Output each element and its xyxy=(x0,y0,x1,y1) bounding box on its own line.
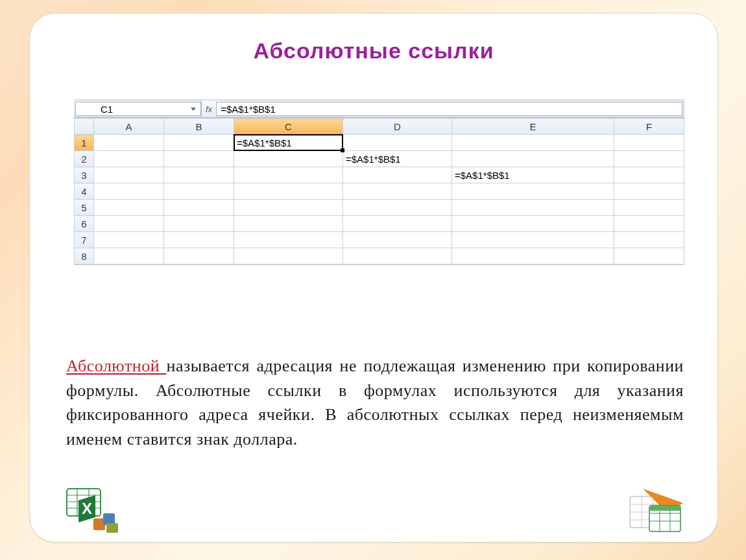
cell-value: =$A$1*$B$1 xyxy=(455,170,510,181)
cell[interactable] xyxy=(164,232,234,248)
cell[interactable] xyxy=(164,135,234,151)
table-row: 5 xyxy=(75,200,684,216)
cell[interactable] xyxy=(94,183,164,200)
col-header[interactable]: A xyxy=(94,119,164,135)
table-row: 6 xyxy=(75,216,684,232)
cell[interactable] xyxy=(452,183,614,200)
row-header[interactable]: 8 xyxy=(75,248,94,264)
svg-rect-21 xyxy=(649,506,680,511)
cell[interactable] xyxy=(343,248,452,264)
fx-icon: fx xyxy=(206,104,212,114)
column-header-row: A B C D E F xyxy=(75,119,684,135)
row-header[interactable]: 6 xyxy=(75,216,94,232)
cell[interactable] xyxy=(234,232,343,248)
cell[interactable] xyxy=(234,248,343,264)
row-header[interactable]: 5 xyxy=(75,200,94,216)
excel-2010-icon: X xyxy=(66,487,121,533)
cell[interactable] xyxy=(343,216,452,232)
cell[interactable] xyxy=(614,232,684,248)
formula-bar-row: C1 fx =$A$1*$B$1 xyxy=(74,100,684,118)
cell[interactable] xyxy=(234,200,343,216)
row-header[interactable]: 2 xyxy=(75,151,94,167)
slide-card: Абсолютные ссылки C1 fx =$A$1*$B$1 xyxy=(29,13,718,542)
cell[interactable] xyxy=(164,216,234,232)
formula-input[interactable]: =$A$1*$B$1 xyxy=(216,102,682,116)
cell[interactable] xyxy=(234,216,343,232)
col-header[interactable]: F xyxy=(614,119,684,135)
table-row: 2 =$A$1*$B$1 xyxy=(75,151,684,167)
col-header[interactable]: E xyxy=(452,119,614,135)
cell[interactable] xyxy=(452,135,614,151)
cell[interactable] xyxy=(94,232,164,248)
name-box-value: C1 xyxy=(101,104,113,115)
cell[interactable] xyxy=(164,183,234,200)
col-header[interactable]: B xyxy=(164,119,234,135)
col-header[interactable]: D xyxy=(343,119,452,135)
cell[interactable] xyxy=(452,216,614,232)
table-row: 3 =$A$1*$B$1 xyxy=(75,167,684,183)
excel-fragment: C1 fx =$A$1*$B$1 xyxy=(74,99,684,265)
fx-button[interactable]: fx xyxy=(201,100,216,117)
cell[interactable] xyxy=(343,232,452,248)
table-row: 4 xyxy=(75,183,684,200)
table-row: 8 xyxy=(75,248,684,264)
spreadsheet-grid[interactable]: A B C D E F 1 =$A$1*$B$1 xyxy=(74,118,684,264)
cell[interactable] xyxy=(452,151,614,167)
cell[interactable]: =$A$1*$B$1 xyxy=(452,167,614,183)
lead-word: Абсолютной xyxy=(66,356,167,375)
slide-title: Абсолютные ссылки xyxy=(30,38,717,64)
name-box[interactable]: C1 xyxy=(75,102,201,116)
svg-text:X: X xyxy=(82,500,92,517)
table-row: 7 xyxy=(75,232,684,248)
chevron-down-icon xyxy=(191,108,196,111)
cell[interactable] xyxy=(94,216,164,232)
row-header[interactable]: 4 xyxy=(75,183,94,200)
row-header[interactable]: 1 xyxy=(75,135,94,151)
formula-text: =$A$1*$B$1 xyxy=(221,104,276,115)
cell-value: =$A$1*$B$1 xyxy=(237,137,292,148)
cell[interactable] xyxy=(343,200,452,216)
table-row: 1 =$A$1*$B$1 xyxy=(75,135,684,151)
paragraph: Абсолютной называется адресация не подле… xyxy=(66,354,684,452)
cell[interactable] xyxy=(452,200,614,216)
cell[interactable] xyxy=(164,200,234,216)
cell[interactable] xyxy=(614,200,684,216)
row-header[interactable]: 7 xyxy=(75,232,94,248)
cell[interactable] xyxy=(94,167,164,183)
cell-value: =$A$1*$B$1 xyxy=(346,154,401,165)
cell[interactable] xyxy=(94,151,164,167)
cell[interactable] xyxy=(94,248,164,264)
cell[interactable] xyxy=(452,232,614,248)
cell-active[interactable]: =$A$1*$B$1 xyxy=(234,135,343,151)
cell[interactable] xyxy=(234,167,343,183)
row-header[interactable]: 3 xyxy=(75,167,94,183)
cell[interactable] xyxy=(614,216,684,232)
cell[interactable] xyxy=(234,183,343,200)
cell[interactable] xyxy=(234,151,343,167)
cell[interactable] xyxy=(164,151,234,167)
cell[interactable] xyxy=(164,248,234,264)
svg-rect-9 xyxy=(106,523,118,533)
cell[interactable] xyxy=(614,135,684,151)
cell[interactable] xyxy=(614,248,684,264)
cell[interactable]: =$A$1*$B$1 xyxy=(343,151,452,167)
excel-2007-icon xyxy=(623,485,685,537)
cell[interactable] xyxy=(343,135,452,151)
cell[interactable] xyxy=(614,151,684,167)
cell[interactable] xyxy=(164,167,234,183)
cell[interactable] xyxy=(614,183,684,200)
cell[interactable] xyxy=(452,248,614,264)
cell[interactable] xyxy=(94,135,164,151)
select-all-corner[interactable] xyxy=(75,119,94,135)
cell[interactable] xyxy=(614,167,684,183)
col-header[interactable]: C xyxy=(234,119,343,135)
fill-handle[interactable] xyxy=(341,148,344,152)
cell[interactable] xyxy=(343,183,452,200)
cell[interactable] xyxy=(94,200,164,216)
cell[interactable] xyxy=(343,167,452,183)
